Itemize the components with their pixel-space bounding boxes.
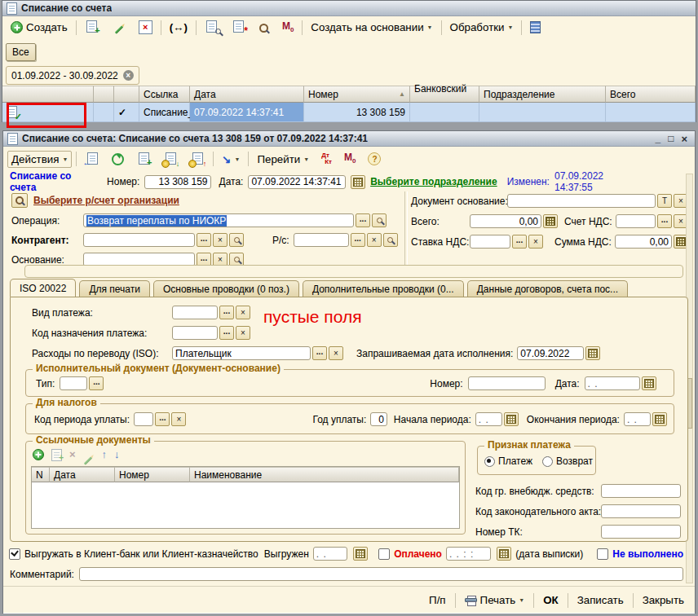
actions-button[interactable]: Действия ▼ bbox=[7, 151, 72, 168]
radio-payment[interactable] bbox=[484, 456, 495, 467]
payment-kind-choose-button[interactable]: ... bbox=[219, 306, 234, 319]
list-settings-button[interactable] bbox=[526, 19, 545, 36]
pay-year-field[interactable]: 0 bbox=[370, 412, 387, 426]
pane-splitter[interactable] bbox=[404, 191, 408, 273]
ref-col-number[interactable]: Номер bbox=[115, 467, 190, 482]
select-account-link[interactable]: Выберите р/счет организации bbox=[33, 195, 179, 206]
ref-docs-empty-body[interactable] bbox=[32, 482, 459, 543]
transfer-costs-clear-button[interactable]: × bbox=[329, 346, 343, 360]
table-row[interactable]: ✓ ✓ Списание_ 07.09.2022 14:37:41 13 308… bbox=[2, 103, 696, 122]
vat-rate-choose-button[interactable]: ... bbox=[512, 235, 527, 249]
uploaded-date-calendar-button[interactable] bbox=[353, 547, 368, 561]
column-header-icon[interactable] bbox=[2, 86, 94, 103]
column-header-date[interactable]: Дата bbox=[190, 86, 304, 103]
close-button[interactable]: × bbox=[681, 133, 687, 145]
period-start-calendar-button[interactable] bbox=[504, 412, 519, 426]
uploaded-date-field[interactable]: . . bbox=[313, 547, 347, 561]
copy-button[interactable]: + bbox=[81, 18, 104, 37]
create-button[interactable]: Создать bbox=[7, 19, 72, 36]
pay-period-clear-button[interactable]: × bbox=[171, 412, 186, 426]
contractor-search-button[interactable] bbox=[229, 233, 244, 247]
exec-type-field[interactable] bbox=[60, 376, 87, 390]
operation-field[interactable]: Возврат переплаты по НИОКР bbox=[83, 213, 354, 227]
contractor-field[interactable] bbox=[83, 233, 195, 247]
total-calc-button[interactable] bbox=[543, 214, 558, 228]
pay-period-field[interactable] bbox=[134, 412, 153, 426]
exec-date-field[interactable]: . . bbox=[585, 376, 640, 390]
radio-refund[interactable] bbox=[542, 456, 553, 467]
add-row-button[interactable] bbox=[33, 449, 44, 460]
column-header-blank2[interactable] bbox=[114, 86, 139, 103]
delete-row-button[interactable]: × bbox=[69, 448, 76, 460]
pp-button[interactable]: П/п bbox=[425, 592, 450, 609]
move-up-button[interactable]: ↑ bbox=[102, 448, 108, 460]
remove-filter-icon[interactable]: × bbox=[123, 70, 134, 81]
vat-rate-clear-button[interactable]: × bbox=[528, 235, 543, 249]
account-search-button[interactable] bbox=[11, 193, 28, 208]
period-end-calendar-button[interactable] bbox=[652, 412, 667, 426]
output-button[interactable]: ↘ ▼ bbox=[218, 151, 244, 168]
date-calendar-button[interactable] bbox=[351, 175, 365, 189]
vat-account-field[interactable] bbox=[616, 214, 656, 228]
pay-period-choose-button[interactable]: ... bbox=[155, 412, 170, 426]
post-button[interactable]: ↓ bbox=[159, 150, 182, 169]
ok-button[interactable]: ОК bbox=[539, 592, 563, 609]
tab-contracts[interactable]: Данные договоров, счета пос... bbox=[467, 280, 628, 297]
period-start-field[interactable]: . . bbox=[475, 412, 502, 426]
purpose-field[interactable] bbox=[24, 265, 683, 278]
exec-type-choose-button[interactable]: ... bbox=[89, 376, 104, 390]
base-doc-type-button[interactable]: T bbox=[657, 194, 672, 208]
comment-field[interactable] bbox=[79, 567, 683, 581]
date-field[interactable]: 07.09.2022 14:37:41 bbox=[248, 175, 346, 189]
rs-choose-button[interactable]: ... bbox=[351, 233, 365, 247]
purpose-code-field[interactable] bbox=[172, 326, 218, 340]
maximize-button[interactable]: □ bbox=[668, 133, 674, 145]
paid-datetime-field[interactable]: . . : : bbox=[446, 547, 491, 561]
rs-field[interactable] bbox=[294, 233, 349, 247]
operation-choose-button[interactable]: ... bbox=[356, 213, 370, 227]
transfer-costs-field[interactable]: Плательщик bbox=[172, 346, 311, 360]
ref-col-name[interactable]: Наименование bbox=[190, 467, 459, 482]
exec-date-calendar-button[interactable] bbox=[642, 376, 656, 390]
requested-date-field[interactable]: 07.09.2022 bbox=[517, 346, 584, 360]
rs-clear-button[interactable]: × bbox=[367, 233, 382, 247]
save-button[interactable]: Записать bbox=[573, 592, 628, 609]
not-done-checkbox[interactable] bbox=[597, 548, 608, 560]
save-close-button[interactable]: ← bbox=[81, 150, 104, 169]
create-based-on-button[interactable]: Создать на основании ▼ bbox=[307, 19, 436, 36]
edit-button[interactable] bbox=[108, 18, 130, 37]
search-button[interactable] bbox=[254, 18, 274, 37]
paid-checkbox[interactable] bbox=[378, 548, 390, 560]
select-division-link[interactable]: Выберите подразделение bbox=[370, 176, 497, 187]
contractor-clear-button[interactable]: × bbox=[213, 233, 228, 247]
rs-search-button[interactable] bbox=[383, 233, 398, 247]
set-interval-button[interactable]: (↔) bbox=[166, 19, 192, 36]
exec-number-field[interactable] bbox=[468, 376, 546, 390]
tab-print[interactable]: Для печати bbox=[79, 280, 150, 297]
payment-kind-field[interactable] bbox=[172, 306, 218, 319]
tab-iso20022[interactable]: ISO 20022 bbox=[10, 279, 76, 297]
filter-settings-button[interactable]: * bbox=[228, 18, 250, 37]
column-header-number[interactable]: Номер ▲ bbox=[304, 86, 410, 103]
upload-checkbox[interactable] bbox=[9, 548, 20, 560]
processing-button[interactable]: Обработки ▼ bbox=[446, 19, 518, 36]
extra-budget-field[interactable] bbox=[601, 484, 681, 498]
tk-number-field[interactable] bbox=[601, 525, 681, 539]
vat-account-choose-button[interactable]: ... bbox=[657, 214, 672, 228]
operation-search-button[interactable] bbox=[372, 213, 387, 227]
edit-row-button[interactable] bbox=[83, 450, 95, 460]
requested-date-calendar-button[interactable] bbox=[585, 346, 600, 360]
tab-main-postings[interactable]: Основные проводки (0 поз.) bbox=[153, 280, 299, 297]
vat-amount-field[interactable]: 0,00 bbox=[615, 235, 672, 249]
paid-date-calendar-button[interactable] bbox=[497, 547, 511, 561]
base-doc-field[interactable] bbox=[507, 194, 656, 208]
all-filter-button[interactable]: Все bbox=[6, 43, 36, 61]
ref-col-date[interactable]: Дата bbox=[50, 467, 115, 482]
payment-kind-clear-button[interactable]: × bbox=[236, 306, 250, 319]
period-filter-tag[interactable]: 01.09.2022 - 30.09.2022 × bbox=[6, 66, 139, 85]
column-header-ref[interactable]: Ссылка bbox=[139, 86, 190, 103]
m0-button[interactable]: M0 bbox=[278, 19, 298, 36]
column-header-total[interactable]: Всего bbox=[606, 86, 696, 103]
contractor-choose-button[interactable]: ... bbox=[197, 233, 211, 247]
column-header-bank[interactable]: Банковский _ bbox=[410, 86, 479, 103]
